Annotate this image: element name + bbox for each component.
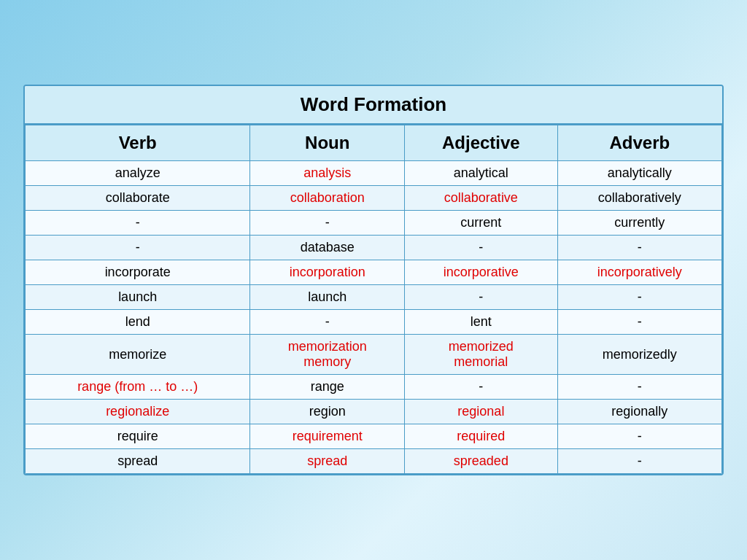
cell-adjective-9: regional	[405, 400, 558, 424]
cell-noun-1: collaboration	[250, 186, 405, 211]
cell-adverb-4: incorporatively	[557, 260, 721, 285]
cell-noun-0: analysis	[250, 161, 405, 186]
cell-noun-11: spread	[250, 449, 405, 474]
cell-adverb-6: -	[557, 310, 721, 335]
cell-verb-11: spread	[26, 449, 250, 474]
column-header-adverb: Adverb	[557, 125, 721, 161]
cell-verb-8: range (from … to …)	[26, 375, 250, 400]
table-row: collaboratecollaborationcollaborativecol…	[26, 186, 722, 211]
cell-adjective-4: incorporative	[405, 260, 558, 285]
cell-verb-9: regionalize	[26, 400, 250, 424]
cell-adverb-5: -	[557, 285, 721, 310]
cell-noun-8: range	[250, 375, 405, 400]
cell-verb-6: lend	[26, 310, 250, 335]
table-row: incorporateincorporationincorporativeinc…	[26, 260, 722, 285]
table-row: lend-lent-	[26, 310, 722, 335]
cell-noun-3: database	[250, 236, 405, 260]
table-title: Word Formation	[25, 86, 722, 125]
cell-adverb-0: analytically	[557, 161, 721, 186]
cell-noun-7: memorizationmemory	[250, 335, 405, 375]
column-header-adjective: Adjective	[405, 125, 558, 161]
cell-adverb-10: -	[557, 424, 721, 449]
word-formation-table: Word Formation VerbNounAdjectiveAdverb a…	[23, 85, 724, 475]
column-header-noun: Noun	[250, 125, 405, 161]
cell-noun-2: -	[250, 211, 405, 236]
cell-adjective-5: -	[405, 285, 558, 310]
cell-adjective-6: lent	[405, 310, 558, 335]
cell-adjective-1: collaborative	[405, 186, 558, 211]
table-row: memorizememorizationmemorymemorizedmemor…	[26, 335, 722, 375]
table-row: requirerequirementrequired-	[26, 424, 722, 449]
cell-adjective-2: current	[405, 211, 558, 236]
cell-verb-10: require	[26, 424, 250, 449]
cell-noun-9: region	[250, 400, 405, 424]
cell-noun-6: -	[250, 310, 405, 335]
cell-adjective-11: spreaded	[405, 449, 558, 474]
cell-verb-5: launch	[26, 285, 250, 310]
cell-adverb-3: -	[557, 236, 721, 260]
table-row: range (from … to …)range--	[26, 375, 722, 400]
cell-noun-4: incorporation	[250, 260, 405, 285]
cell-verb-3: -	[26, 236, 250, 260]
cell-adjective-7: memorizedmemorial	[405, 335, 558, 375]
cell-adverb-11: -	[557, 449, 721, 474]
column-header-verb: Verb	[26, 125, 250, 161]
cell-adjective-10: required	[405, 424, 558, 449]
cell-noun-5: launch	[250, 285, 405, 310]
table-row: launchlaunch--	[26, 285, 722, 310]
cell-verb-1: collaborate	[26, 186, 250, 211]
cell-adverb-8: -	[557, 375, 721, 400]
cell-verb-7: memorize	[26, 335, 250, 375]
cell-adverb-1: collaboratively	[557, 186, 721, 211]
cell-adverb-9: regionally	[557, 400, 721, 424]
cell-verb-4: incorporate	[26, 260, 250, 285]
table-row: --currentcurrently	[26, 211, 722, 236]
cell-noun-10: requirement	[250, 424, 405, 449]
table-row: -database--	[26, 236, 722, 260]
table-row: regionalizeregionregionalregionally	[26, 400, 722, 424]
cell-adjective-8: -	[405, 375, 558, 400]
table-row: analyzeanalysisanalyticalanalytically	[26, 161, 722, 186]
cell-adjective-0: analytical	[405, 161, 558, 186]
cell-adverb-7: memorizedly	[557, 335, 721, 375]
table-row: spreadspreadspreaded-	[26, 449, 722, 474]
cell-verb-2: -	[26, 211, 250, 236]
cell-verb-0: analyze	[26, 161, 250, 186]
cell-adjective-3: -	[405, 236, 558, 260]
cell-adverb-2: currently	[557, 211, 721, 236]
